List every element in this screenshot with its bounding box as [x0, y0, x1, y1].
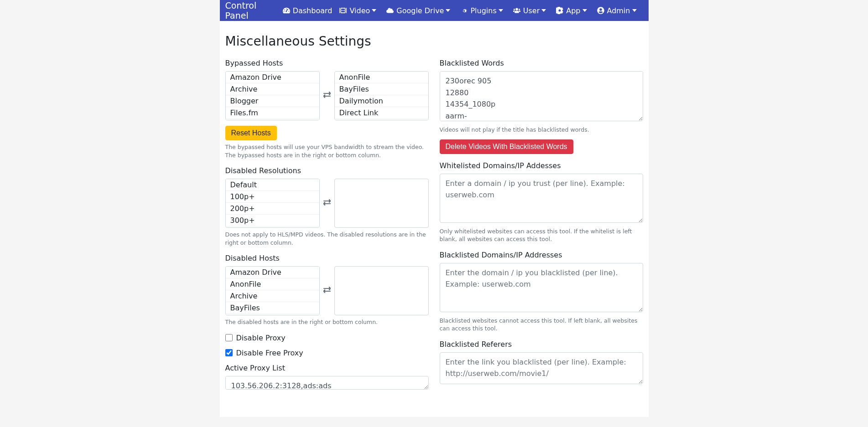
nav-label: User — [523, 6, 540, 15]
blacklist-referers-textarea[interactable] — [440, 352, 643, 384]
user-circle-icon — [597, 7, 604, 14]
nav-video[interactable]: Video — [336, 0, 383, 21]
chevron-down-icon — [446, 8, 450, 13]
cloud-icon — [386, 7, 394, 14]
swap-icon[interactable] — [323, 199, 331, 208]
list-item[interactable]: 300p+ — [226, 215, 319, 226]
disabled-hosts-left-list[interactable]: Amazon DriveAnonFileArchiveBayFilesBlogg… — [225, 266, 320, 315]
nav-dashboard[interactable]: Dashboard — [279, 0, 336, 21]
list-item[interactable]: BayFiles — [226, 302, 319, 314]
brand[interactable]: Control Panel — [225, 0, 272, 21]
list-item[interactable]: Blogger — [226, 95, 319, 107]
disable-proxy-checkbox[interactable] — [225, 334, 233, 341]
list-item[interactable]: Direct Link — [335, 107, 428, 119]
blacklist-domains-textarea[interactable] — [440, 263, 643, 312]
whitelist-label: Whitelisted Domains/IP Addesses — [440, 161, 643, 170]
blacklist-domains-label: Blacklisted Domains/IP Addresses — [440, 251, 643, 259]
active-proxy-label: Active Proxy List — [225, 364, 429, 372]
disabled-res-left-list[interactable]: Default100p+200p+300p+400p+ — [225, 179, 320, 228]
navbar: Control Panel Dashboard Video Google Dri… — [220, 0, 649, 21]
swap-icon[interactable] — [323, 286, 331, 295]
chevron-down-icon — [541, 8, 546, 13]
list-item[interactable]: 200p+ — [226, 203, 319, 215]
list-item[interactable]: AnonFile — [226, 278, 319, 290]
nav-label: Google Drive — [396, 6, 444, 15]
blacklisted-words-textarea[interactable] — [440, 71, 643, 121]
list-item[interactable]: DoodStream — [335, 119, 428, 120]
chevron-down-icon — [632, 8, 637, 13]
nav-admin[interactable]: Admin — [593, 0, 643, 21]
reset-hosts-button[interactable]: Reset Hosts — [225, 126, 277, 140]
film-icon — [339, 7, 347, 14]
bypassed-hosts-right-list[interactable]: AnonFileBayFilesDailymotionDirect LinkDo… — [334, 71, 429, 120]
gear-icon — [556, 7, 563, 14]
disabled-hosts-help: The disabled hosts are in the right or b… — [225, 318, 429, 326]
nav-drive[interactable]: Google Drive — [383, 0, 457, 21]
nav-plugins[interactable]: Plugins — [457, 0, 509, 21]
list-item[interactable]: Amazon Drive — [226, 267, 319, 278]
plug-icon — [460, 7, 468, 14]
disabled-hosts-right-list[interactable] — [334, 266, 429, 315]
list-item[interactable]: Amazon Drive — [226, 72, 319, 83]
nav-label: App — [566, 6, 580, 15]
active-proxy-textarea[interactable] — [225, 376, 429, 390]
nav-label: Dashboard — [293, 6, 333, 15]
list-item[interactable]: AnonFile — [335, 72, 428, 83]
nav-label: Video — [349, 6, 370, 15]
whitelist-textarea[interactable] — [440, 174, 643, 223]
nav-label: Admin — [607, 6, 630, 15]
blacklisted-words-label: Blacklisted Words — [440, 59, 643, 67]
bypassed-hosts-help: The bypassed hosts will use your VPS ban… — [225, 143, 429, 159]
list-item[interactable]: Google Photos — [226, 119, 319, 120]
list-item[interactable]: Archive — [226, 290, 319, 302]
chevron-down-icon — [372, 8, 376, 13]
list-item[interactable]: 400p+ — [226, 226, 319, 228]
users-icon — [513, 7, 520, 14]
delete-blacklisted-button[interactable]: Delete Videos With Blacklisted Words — [440, 139, 573, 154]
list-item[interactable]: Default — [226, 179, 319, 191]
disabled-res-help: Does not apply to HLS/MPD videos. The di… — [225, 231, 429, 247]
list-item[interactable]: BayFiles — [335, 83, 428, 95]
list-item[interactable]: Files.fm — [226, 107, 319, 119]
disable-free-proxy-checkbox[interactable] — [225, 349, 233, 356]
list-item[interactable]: Archive — [226, 83, 319, 95]
nav-label: Plugins — [470, 6, 496, 15]
blacklist-domains-help: Blacklisted websites cannot access this … — [440, 317, 643, 333]
list-item[interactable]: Dailymotion — [335, 95, 428, 107]
chevron-down-icon — [582, 8, 587, 13]
swap-icon[interactable] — [323, 91, 331, 100]
chevron-down-icon — [499, 8, 503, 13]
disabled-res-label: Disabled Resolutions — [225, 166, 429, 175]
blacklisted-words-help: Videos will not play if the title has bl… — [440, 126, 643, 134]
bypassed-hosts-left-list[interactable]: Amazon DriveArchiveBloggerFiles.fmGoogle… — [225, 71, 320, 120]
disable-proxy-label[interactable]: Disable Proxy — [236, 334, 286, 342]
list-item[interactable]: 100p+ — [226, 191, 319, 203]
blacklist-referers-label: Blacklisted Referers — [440, 340, 643, 349]
nav-app[interactable]: App — [552, 0, 593, 21]
nav-user[interactable]: User — [509, 0, 552, 21]
list-item[interactable]: Blogger — [226, 314, 319, 315]
tachometer-icon — [283, 7, 290, 14]
disable-free-proxy-label[interactable]: Disable Free Proxy — [236, 349, 303, 357]
disabled-res-right-list[interactable] — [334, 179, 429, 228]
page-title: Miscellaneous Settings — [225, 34, 643, 49]
whitelist-help: Only whitelisted websites can access thi… — [440, 227, 643, 243]
bypassed-hosts-label: Bypassed Hosts — [225, 59, 429, 67]
disabled-hosts-label: Disabled Hosts — [225, 254, 429, 262]
